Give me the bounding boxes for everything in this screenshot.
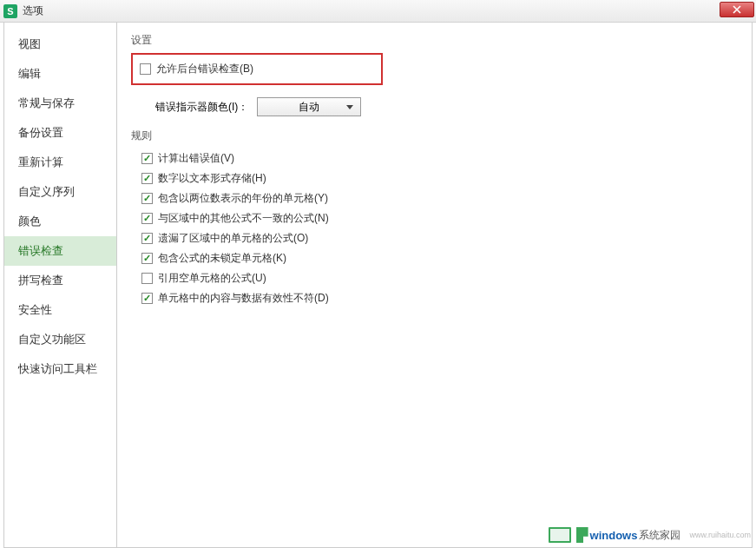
indicator-color-row: 错误指示器颜色(I)： 自动 (155, 97, 738, 116)
sidebar-item-10[interactable]: 自定义功能区 (4, 325, 116, 354)
rule-label-2: 包含以两位数表示的年份的单元格(Y) (158, 191, 328, 206)
rule-checkbox-6[interactable] (141, 273, 153, 284)
sidebar-item-3[interactable]: 备份设置 (4, 118, 116, 148)
rule-label-3: 与区域中的其他公式不一致的公式(N) (158, 211, 329, 226)
rule-row-1[interactable]: 数字以文本形式存储(H) (141, 168, 738, 188)
rule-checkbox-5[interactable] (141, 253, 153, 264)
allow-bg-check-label: 允许后台错误检查(B) (156, 62, 253, 76)
rule-row-4[interactable]: 遗漏了区域中的单元格的公式(O) (141, 228, 738, 248)
sidebar-item-5[interactable]: 自定义序列 (4, 177, 116, 207)
content-area: 视图编辑常规与保存备份设置重新计算自定义序列颜色错误检查拼写检查安全性自定义功能… (3, 23, 753, 548)
rule-checkbox-3[interactable] (141, 213, 153, 224)
close-button[interactable] (720, 2, 754, 17)
rule-row-2[interactable]: 包含以两位数表示的年份的单元格(Y) (141, 188, 738, 208)
sidebar-item-6[interactable]: 颜色 (4, 207, 116, 236)
titlebar: S 选项 (0, 0, 756, 23)
indicator-color-label: 错误指示器颜色(I)： (155, 100, 248, 115)
sidebar-item-0[interactable]: 视图 (4, 30, 116, 59)
window-title: 选项 (23, 3, 43, 18)
app-icon: S (3, 4, 17, 18)
watermark-flag-icon (576, 527, 588, 543)
rule-row-5[interactable]: 包含公式的未锁定单元格(K) (141, 248, 738, 268)
watermark-url: www.ruihaitu.com (689, 531, 751, 539)
main-panel: 设置 允许后台错误检查(B) 错误指示器颜色(I)： 自动 规则 计算出错误值(… (117, 23, 752, 547)
allow-bg-check-row[interactable]: 允许后台错误检查(B) (140, 60, 374, 78)
allow-bg-check-checkbox[interactable] (140, 63, 151, 75)
sidebar-item-11[interactable]: 快速访问工具栏 (4, 354, 116, 384)
watermark-text-2: 系统家园 (639, 528, 680, 543)
rule-checkbox-0[interactable] (141, 153, 153, 164)
rules-section-label: 规则 (131, 129, 738, 143)
rule-checkbox-4[interactable] (141, 233, 153, 244)
watermark-logo: windows 系统家园 (576, 527, 681, 543)
close-icon (733, 5, 741, 14)
rule-label-5: 包含公式的未锁定单元格(K) (158, 251, 286, 266)
sidebar-item-4[interactable]: 重新计算 (4, 148, 116, 177)
rule-label-0: 计算出错误值(V) (158, 151, 234, 166)
sidebar: 视图编辑常规与保存备份设置重新计算自定义序列颜色错误检查拼写检查安全性自定义功能… (4, 23, 117, 547)
rule-checkbox-1[interactable] (141, 173, 153, 184)
indicator-color-value: 自动 (299, 100, 319, 115)
highlight-box: 允许后台错误检查(B) (131, 53, 383, 85)
rule-checkbox-2[interactable] (141, 193, 153, 204)
watermark: windows 系统家园 www.ruihaitu.com (549, 527, 751, 543)
rule-row-0[interactable]: 计算出错误值(V) (141, 149, 738, 168)
sidebar-item-1[interactable]: 编辑 (4, 59, 116, 89)
settings-section-label: 设置 (131, 33, 738, 48)
sidebar-item-8[interactable]: 拼写检查 (4, 266, 116, 295)
rules-list: 计算出错误值(V)数字以文本形式存储(H)包含以两位数表示的年份的单元格(Y)与… (141, 149, 738, 308)
sidebar-item-9[interactable]: 安全性 (4, 295, 116, 325)
rule-row-6[interactable]: 引用空单元格的公式(U) (141, 268, 738, 288)
rule-label-4: 遗漏了区域中的单元格的公式(O) (158, 231, 308, 246)
rule-row-7[interactable]: 单元格中的内容与数据有效性不符(D) (141, 288, 738, 308)
watermark-text-1: windows (590, 529, 638, 542)
sidebar-item-2[interactable]: 常规与保存 (4, 89, 116, 118)
watermark-rect-icon (549, 527, 571, 543)
sidebar-item-7[interactable]: 错误检查 (4, 236, 116, 266)
rule-checkbox-7[interactable] (141, 293, 153, 304)
rule-row-3[interactable]: 与区域中的其他公式不一致的公式(N) (141, 208, 738, 228)
rule-label-6: 引用空单元格的公式(U) (158, 271, 266, 286)
rule-label-7: 单元格中的内容与数据有效性不符(D) (158, 291, 329, 306)
indicator-color-dropdown[interactable]: 自动 (257, 97, 361, 116)
rule-label-1: 数字以文本形式存储(H) (158, 171, 266, 186)
